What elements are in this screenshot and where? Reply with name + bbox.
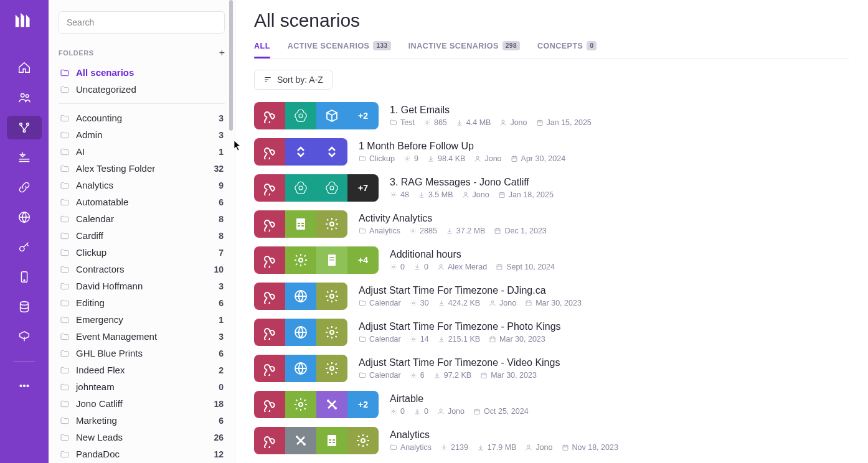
folder-item[interactable]: AI1 <box>59 144 225 159</box>
chip-webhook-icon <box>254 355 285 382</box>
folder-item[interactable]: New Leads26 <box>59 429 225 445</box>
main-content: All scenarios ALLACTIVE SCENARIOS133INAC… <box>235 0 868 463</box>
scenario-row[interactable]: Adjust Start Time For Timezone - DJing.c… <box>254 283 849 310</box>
folder-count: 6 <box>219 197 224 207</box>
scenario-meta: Calendar697.2 KBMar 30, 2023 <box>359 371 560 380</box>
folder-name: PandaDoc <box>76 449 120 459</box>
folder-item[interactable]: Admin3 <box>59 127 225 143</box>
tab[interactable]: ACTIVE SCENARIOS133 <box>288 41 391 58</box>
scenario-row[interactable]: +2Airtable00JonoOct 25, 2024 <box>254 391 849 418</box>
folder-count: 12 <box>214 449 224 459</box>
team-icon[interactable] <box>7 86 42 110</box>
webhooks-icon[interactable] <box>7 205 42 229</box>
folder-item[interactable]: Contractors10 <box>59 261 225 277</box>
tab[interactable]: ALL <box>254 41 270 58</box>
folder-item[interactable]: Marketing6 <box>59 413 225 428</box>
folder-name: Contractors <box>76 264 125 274</box>
folder-item[interactable]: Event Management3 <box>59 329 225 344</box>
folder-icon <box>60 332 70 342</box>
scenario-name: Adjust Start Time For Timezone - Video K… <box>359 357 560 368</box>
chip-updown-icon <box>316 138 347 166</box>
svg-point-13 <box>299 114 303 118</box>
folder-count: 2 <box>219 365 224 375</box>
folder-name: Automatable <box>76 197 128 207</box>
folder-icon <box>60 214 70 224</box>
folder-item[interactable]: GHL Blue Prints6 <box>59 345 225 361</box>
meta-size: 37.2 MB <box>446 227 486 235</box>
sort-button[interactable]: Sort by: A-Z <box>254 70 333 90</box>
meta-date: Jan 18, 2025 <box>498 190 554 199</box>
meta-ops: 30 <box>410 299 429 307</box>
folder-item[interactable]: Alex Testing Folder32 <box>59 161 225 176</box>
scenario-row[interactable]: +73. RAG Messages - Jono Catliff483.5 MB… <box>254 174 849 202</box>
chip-globe-icon <box>285 283 316 310</box>
meta-folder: Analytics <box>390 443 432 452</box>
folder-item[interactable]: Clickup7 <box>59 245 225 260</box>
folder-item[interactable]: Jono Catliff18 <box>59 396 225 411</box>
folder-item[interactable]: johnteam0 <box>59 379 225 395</box>
svg-point-53 <box>299 403 303 406</box>
svg-point-68 <box>527 445 530 447</box>
meta-ops: 0 <box>390 263 405 271</box>
svg-point-60 <box>303 443 306 446</box>
meta-ops: 14 <box>410 335 429 344</box>
meta-user: Jono <box>462 190 489 199</box>
meta-folder: Analytics <box>359 227 400 235</box>
folder-item[interactable]: Cardiff8 <box>59 228 225 243</box>
add-folder-button[interactable]: + <box>219 47 225 58</box>
templates-icon[interactable] <box>7 146 42 169</box>
more-icon[interactable] <box>7 374 42 398</box>
meta-ops: 2139 <box>440 443 468 452</box>
folder-count: 1 <box>219 147 224 157</box>
folder-icon <box>60 113 70 123</box>
scenario-row[interactable]: AnalyticsAnalytics213917.9 MBJonoNov 18,… <box>254 427 849 454</box>
meta-ops: 2885 <box>409 227 437 235</box>
scenario-row[interactable]: Adjust Start Time For Timezone - Photo K… <box>254 319 849 346</box>
folder-item[interactable]: Automatable6 <box>59 194 225 210</box>
svg-rect-44 <box>526 301 531 306</box>
folder-item[interactable]: David Hoffmann3 <box>59 278 225 294</box>
folder-count: 6 <box>219 298 224 308</box>
devices-icon[interactable] <box>7 265 42 289</box>
sidebar-scrollbar[interactable] <box>227 0 235 463</box>
connections-icon[interactable] <box>7 175 42 199</box>
scenario-row[interactable]: 1 Month Before Follow UpClickup998.4 KBJ… <box>254 138 849 166</box>
scenario-row[interactable]: Adjust Start Time For Timezone - Video K… <box>254 355 849 382</box>
scenario-row[interactable]: +4Additional hours00Alex MeradSept 10, 2… <box>254 246 849 274</box>
meta-date: Mar 30, 2023 <box>525 299 582 307</box>
folder-item[interactable]: Editing6 <box>59 295 225 311</box>
folder-name: Analytics <box>76 180 113 190</box>
home-icon[interactable] <box>7 56 42 80</box>
svg-point-33 <box>299 258 303 262</box>
folder-item[interactable]: PandaDoc12 <box>59 446 225 462</box>
svg-rect-64 <box>329 442 331 443</box>
svg-rect-35 <box>329 257 334 258</box>
folder-name: All scenarios <box>76 67 134 78</box>
folder-count: 3 <box>219 332 224 342</box>
folder-item[interactable]: All scenarios <box>59 65 225 80</box>
chip-openai-icon <box>316 174 347 202</box>
scenarios-icon[interactable] <box>7 116 42 139</box>
folder-icon <box>60 365 70 375</box>
folder-item[interactable]: Calendar8 <box>59 211 225 227</box>
folder-item[interactable]: Emergency1 <box>59 312 225 327</box>
tab[interactable]: CONCEPTS0 <box>537 41 597 58</box>
folder-icon <box>60 130 70 140</box>
folder-item[interactable]: Accounting3 <box>59 110 225 126</box>
tab[interactable]: INACTIVE SCENARIOS298 <box>408 41 520 58</box>
svg-rect-16 <box>537 121 542 126</box>
svg-rect-32 <box>495 229 500 234</box>
folder-item[interactable]: Analytics9 <box>59 177 225 193</box>
scenario-row[interactable]: +21. Get EmailsTest8654.4 MBJonoJan 15, … <box>254 102 849 129</box>
svg-point-9 <box>21 302 29 306</box>
svg-rect-28 <box>298 225 300 227</box>
search-input[interactable] <box>59 11 225 34</box>
data-stores-icon[interactable] <box>7 295 42 319</box>
svg-point-31 <box>412 230 414 232</box>
scenario-row[interactable]: Activity AnalyticsAnalytics288537.2 MBDe… <box>254 210 849 238</box>
folder-item[interactable]: Indeed Flex2 <box>59 362 225 378</box>
scenario-name: Airtable <box>390 393 529 405</box>
keys-icon[interactable] <box>7 235 42 259</box>
folder-item[interactable]: Uncategorized <box>59 82 225 97</box>
functions-icon[interactable] <box>7 325 42 348</box>
